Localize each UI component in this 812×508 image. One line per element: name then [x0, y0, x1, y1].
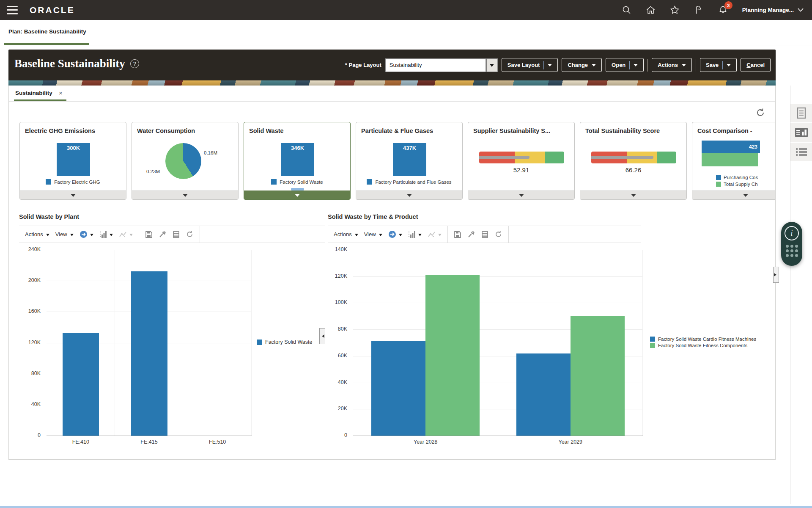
mini-bar-chart: 300K — [57, 143, 90, 176]
chart-type-icon[interactable] — [99, 231, 113, 238]
table-view-icon[interactable] — [173, 231, 180, 238]
mini-bar-chart: 437K — [393, 143, 426, 176]
refresh-icon[interactable] — [186, 230, 194, 238]
ytick: 240K — [13, 246, 41, 252]
bar[interactable] — [63, 333, 99, 436]
card-expander[interactable] — [356, 190, 462, 199]
page-layout-dropdown-icon[interactable] — [486, 58, 498, 72]
chart-type-icon[interactable] — [408, 231, 422, 238]
plan-tab[interactable]: Plan: Baseline Sustainability — [8, 28, 86, 35]
waffle-dots-icon[interactable] — [786, 245, 798, 257]
refresh-icon[interactable] — [755, 108, 765, 118]
oracle-logo[interactable]: ORACLE — [30, 5, 75, 15]
kpi-cards-row: Electric GHG Emissions 300K Factory Elec… — [9, 121, 775, 202]
kpi-card-water-consumption[interactable]: Water Consumption 0.16M 0.23M — [132, 122, 239, 200]
chevron-down-icon — [798, 8, 804, 12]
view-menu[interactable]: View — [364, 231, 382, 238]
bar-value-label: 346K — [281, 143, 314, 151]
chart-toolbar: Actions View — [328, 226, 641, 243]
bar[interactable] — [571, 316, 625, 436]
bar[interactable] — [516, 353, 571, 436]
kpi-card-supplier-sustainability-score[interactable]: Supplier Sustainability S... 52.91 — [468, 122, 575, 200]
panel-collapse-handle[interactable] — [773, 267, 779, 283]
gridline — [47, 250, 252, 250]
kpi-card-cost-comparison[interactable]: Cost Comparison - 423 Purchasing Cos Tot… — [692, 122, 775, 200]
gauge-value: 66.26 — [580, 166, 686, 174]
info-icon[interactable]: i — [785, 226, 799, 240]
gridline — [353, 303, 643, 303]
legend-swatch — [257, 340, 262, 345]
mini-gauge-chart — [591, 152, 676, 163]
bar[interactable] — [131, 271, 167, 436]
gridline — [353, 276, 643, 277]
rail-list-view-button[interactable] — [790, 143, 812, 161]
cancel-button[interactable]: Cancel — [741, 58, 771, 72]
vgrid — [642, 250, 643, 436]
chart-toolbar: Actions View — [19, 226, 325, 243]
kpi-card-electric-ghg-emissions[interactable]: Electric GHG Emissions 300K Factory Elec… — [19, 122, 126, 200]
rail-dashboard-panel-button[interactable] — [790, 123, 812, 142]
save-layout-button[interactable]: Save Layout — [502, 58, 558, 72]
xtick: Year 2029 — [537, 439, 604, 445]
open-button[interactable]: Open — [606, 58, 644, 72]
table-view-icon[interactable] — [481, 231, 488, 238]
page-layout-select[interactable]: Sustainability — [385, 58, 486, 72]
card-expander[interactable] — [132, 190, 238, 199]
divider — [9, 101, 775, 102]
global-header: ORACLE 3 Planning Manage... — [0, 0, 812, 20]
watchlist-flag-icon[interactable] — [694, 5, 704, 15]
bottom-scrollbar[interactable] — [0, 506, 812, 508]
card-expander[interactable] — [580, 190, 686, 199]
bar[interactable] — [371, 341, 425, 436]
kpi-card-solid-waste[interactable]: Solid Waste 346K Factory Solid Waste — [244, 122, 351, 200]
plan-tab-active-underline — [4, 43, 89, 45]
mini-gauge-chart — [479, 152, 564, 163]
notifications-bell-icon[interactable]: 3 — [718, 5, 728, 15]
change-button[interactable]: Change — [562, 58, 602, 72]
format-tools-icon[interactable] — [159, 231, 167, 238]
card-legend: Factory Particulate and Flue Gases — [356, 179, 462, 185]
page-header: Baseline Sustainability ? * Page Layout … — [8, 50, 776, 80]
divider — [647, 59, 648, 72]
drill-circle-arrow-icon[interactable] — [80, 230, 93, 238]
legend-swatch — [650, 337, 655, 342]
bar[interactable] — [425, 275, 480, 436]
save-icon[interactable] — [454, 231, 461, 238]
legend-swatch — [716, 182, 721, 187]
save-icon[interactable] — [145, 231, 153, 238]
legend-swatch — [650, 343, 655, 348]
chart-title-solid-waste-by-time-product: Solid Waste by Time & Product — [328, 213, 418, 220]
view-menu[interactable]: View — [55, 231, 74, 238]
kpi-card-particulate-flue-gases[interactable]: Particulate & Flue Gases 437K Factory Pa… — [356, 122, 463, 200]
ytick: 120K — [13, 340, 41, 345]
user-menu[interactable]: Planning Manage... — [742, 7, 804, 13]
rail-document-page-button[interactable] — [790, 104, 812, 122]
save-button[interactable]: Save — [700, 58, 737, 72]
bar-chart-solid-waste-by-plant: 240K200K160K120K80K40K0FE:410FE:415FE:51… — [47, 250, 252, 436]
home-icon[interactable] — [646, 5, 656, 15]
help-icon[interactable]: ? — [130, 59, 139, 68]
card-expander[interactable] — [244, 190, 350, 199]
format-tools-icon[interactable] — [467, 231, 475, 238]
chart-legend: Factory Solid Waste Cardio Fitness Machi… — [650, 337, 756, 348]
hamburger-menu-icon[interactable] — [7, 6, 18, 14]
close-icon[interactable]: × — [59, 89, 63, 97]
card-expander[interactable] — [692, 190, 775, 199]
refresh-icon[interactable] — [494, 230, 502, 238]
search-icon[interactable] — [622, 5, 631, 15]
card-title: Solid Waste — [249, 127, 348, 134]
favorites-star-icon[interactable] — [670, 5, 680, 15]
actions-menu[interactable]: Actions — [334, 231, 358, 238]
card-legend: Factory Electric GHG — [20, 179, 126, 185]
actions-button[interactable]: Actions — [652, 58, 692, 72]
divider — [447, 226, 448, 243]
card-expander[interactable] — [468, 190, 574, 199]
graph-disabled-icon — [119, 231, 133, 238]
card-expander[interactable] — [20, 190, 126, 199]
tab-sustainability[interactable]: Sustainability — [15, 90, 52, 96]
page-layout-label: * Page Layout — [345, 62, 381, 68]
drill-circle-arrow-icon[interactable] — [388, 230, 402, 238]
ytick: 40K — [319, 379, 347, 385]
actions-menu[interactable]: Actions — [25, 231, 49, 238]
kpi-card-total-sustainability-score[interactable]: Total Sustainability Score 66.26 — [580, 122, 687, 200]
